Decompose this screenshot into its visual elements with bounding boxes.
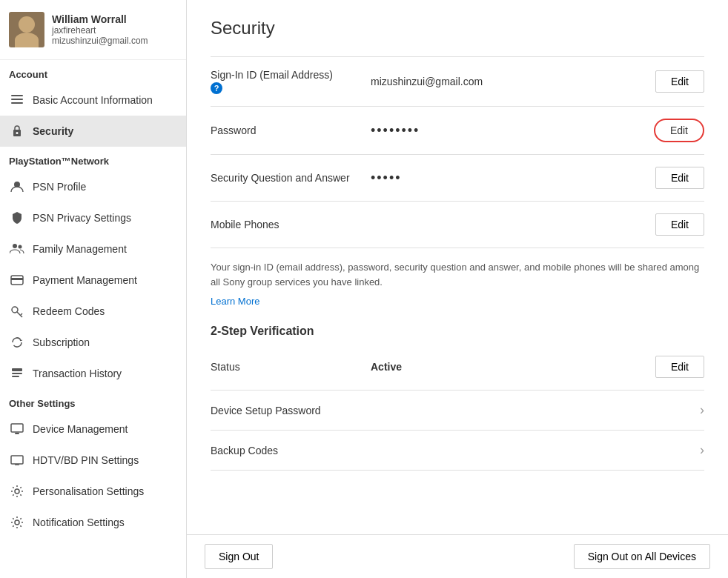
- sidebar-item-hdtv-pin[interactable]: HDTV/BD PIN Settings: [0, 445, 186, 476]
- svg-point-6: [13, 244, 17, 248]
- chevron-right-icon-2: ›: [700, 442, 704, 458]
- chevron-right-icon: ›: [700, 402, 704, 418]
- status-label: Status: [211, 361, 359, 373]
- sidebar-items: Account Basic Account Information Securi…: [0, 60, 186, 578]
- key-icon: [9, 303, 25, 319]
- help-icon[interactable]: ?: [211, 82, 222, 94]
- svg-point-4: [16, 132, 19, 134]
- password-row: Password •••••••• Edit: [211, 107, 704, 155]
- backup-codes-label: Backup Codes: [211, 445, 700, 456]
- page-title: Security: [211, 18, 704, 39]
- sidebar-item-security[interactable]: Security: [0, 116, 186, 147]
- signin-id-edit-button[interactable]: Edit: [655, 70, 704, 93]
- main-content: Security Sign-In ID (Email Address) ? mi…: [187, 0, 728, 534]
- sidebar-item-basic-account-label: Basic Account Information: [33, 94, 153, 106]
- lock-icon: [9, 123, 25, 139]
- bottom-bar: Sign Out Sign Out on All Devices: [187, 534, 728, 578]
- svg-rect-14: [11, 424, 23, 432]
- sidebar-item-redeem-codes[interactable]: Redeem Codes: [0, 296, 186, 327]
- sidebar-item-notification[interactable]: Notification Settings: [0, 507, 186, 538]
- user-handle: jaxfireheart: [52, 25, 148, 36]
- sidebar-item-psn-profile[interactable]: PSN Profile: [0, 171, 186, 202]
- signin-id-value: mizushinzui@gmail.com: [359, 76, 655, 87]
- mobile-phones-action: Edit: [655, 213, 704, 236]
- sidebar-item-subscription[interactable]: Subscription: [0, 327, 186, 358]
- sidebar-item-payment-mgmt-label: Payment Management: [33, 274, 137, 286]
- shield-icon: [9, 210, 25, 226]
- svg-rect-0: [11, 95, 23, 96]
- notification-icon: [9, 514, 25, 531]
- password-edit-button[interactable]: Edit: [654, 119, 704, 142]
- sidebar-item-device-mgmt-label: Device Management: [33, 423, 128, 435]
- user-email: mizushinzui@gmail.com: [52, 36, 148, 46]
- sidebar-item-transaction-history[interactable]: Transaction History: [0, 358, 186, 389]
- svg-rect-12: [12, 373, 22, 374]
- psn-section-label: PlayStation™Network: [0, 147, 186, 171]
- user-profile: William Worrall jaxfireheart mizushinzui…: [0, 0, 186, 60]
- svg-rect-1: [11, 99, 23, 100]
- refresh-icon: [9, 334, 25, 351]
- svg-rect-2: [11, 102, 23, 104]
- sidebar-item-psn-privacy[interactable]: PSN Privacy Settings: [0, 202, 186, 233]
- sidebar-item-basic-account[interactable]: Basic Account Information: [0, 84, 186, 116]
- info-text: Your sign-in ID (email address), passwor…: [211, 260, 704, 289]
- svg-point-7: [19, 245, 22, 249]
- svg-rect-9: [11, 278, 23, 280]
- history-icon: [9, 365, 25, 382]
- status-value: Active: [359, 361, 655, 373]
- user-name: William Worrall: [52, 13, 148, 25]
- svg-point-10: [12, 307, 18, 313]
- sidebar-item-psn-profile-label: PSN Profile: [33, 181, 86, 193]
- mobile-phones-label: Mobile Phones: [211, 219, 359, 230]
- password-label: Password: [211, 124, 359, 136]
- status-action: Edit: [655, 356, 704, 378]
- list-icon: [9, 92, 25, 108]
- sidebar-item-hdtv-pin-label: HDTV/BD PIN Settings: [33, 454, 139, 466]
- learn-more-link[interactable]: Learn More: [211, 296, 259, 307]
- two-step-section-title: 2-Step Verification: [211, 325, 704, 338]
- mobile-phones-edit-button[interactable]: Edit: [655, 213, 704, 236]
- sidebar-item-device-mgmt[interactable]: Device Management: [0, 413, 186, 445]
- other-section-label: Other Settings: [0, 389, 186, 413]
- device-setup-password-row[interactable]: Device Setup Password ›: [211, 391, 704, 431]
- device-setup-password-label: Device Setup Password: [211, 405, 700, 416]
- security-qa-action: Edit: [655, 167, 704, 189]
- backup-codes-row[interactable]: Backup Codes ›: [211, 431, 704, 471]
- sidebar-item-personalisation[interactable]: Personalisation Settings: [0, 476, 186, 507]
- svg-rect-13: [12, 376, 19, 377]
- sidebar-item-psn-privacy-label: PSN Privacy Settings: [33, 212, 131, 224]
- sidebar-item-transaction-history-label: Transaction History: [33, 368, 122, 379]
- security-qa-row: Security Question and Answer ••••• Edit: [211, 155, 704, 202]
- status-row: Status Active Edit: [211, 344, 704, 391]
- mobile-phones-row: Mobile Phones Edit: [211, 202, 704, 248]
- svg-point-18: [15, 520, 19, 525]
- sign-out-button[interactable]: Sign Out: [205, 544, 273, 569]
- password-value: ••••••••: [359, 123, 654, 139]
- svg-rect-15: [15, 433, 19, 434]
- psn-profile-icon: [9, 179, 25, 195]
- svg-point-17: [15, 489, 19, 494]
- signin-id-action: Edit: [655, 70, 704, 93]
- avatar: [9, 12, 44, 47]
- sidebar-item-notification-label: Notification Settings: [33, 516, 125, 528]
- sidebar-item-personalisation-label: Personalisation Settings: [33, 485, 144, 497]
- sidebar-item-security-label: Security: [33, 125, 73, 137]
- sidebar-item-payment-mgmt[interactable]: Payment Management: [0, 265, 186, 296]
- signin-id-label: Sign-In ID (Email Address) ?: [211, 69, 359, 94]
- device-icon: [9, 421, 25, 437]
- signin-id-row: Sign-In ID (Email Address) ? mizushinzui…: [211, 56, 704, 107]
- family-icon: [9, 241, 25, 257]
- svg-rect-16: [11, 456, 23, 464]
- tv-icon: [9, 452, 25, 468]
- user-info: William Worrall jaxfireheart mizushinzui…: [52, 13, 148, 46]
- sidebar: William Worrall jaxfireheart mizushinzui…: [0, 0, 187, 578]
- status-edit-button[interactable]: Edit: [655, 356, 704, 378]
- security-qa-edit-button[interactable]: Edit: [655, 167, 704, 189]
- sidebar-item-family-mgmt[interactable]: Family Management: [0, 233, 186, 265]
- password-action: Edit: [654, 119, 704, 142]
- credit-card-icon: [9, 272, 25, 288]
- sign-out-all-button[interactable]: Sign Out on All Devices: [574, 544, 710, 569]
- security-qa-value: •••••: [359, 170, 655, 186]
- security-qa-label: Security Question and Answer: [211, 172, 359, 184]
- settings-icon: [9, 483, 25, 499]
